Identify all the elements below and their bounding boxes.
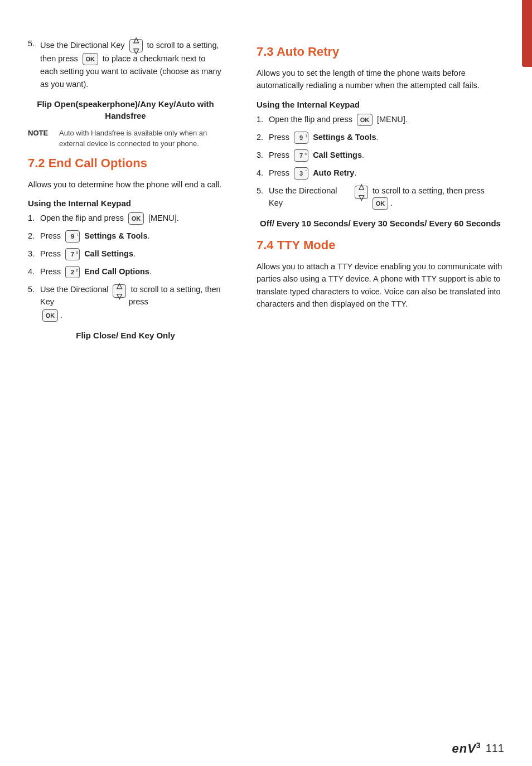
section-73-title: 7.3 Auto Retry: [257, 45, 504, 59]
left-column: 5. Use the Directional Key △▽ to scroll …: [0, 22, 240, 744]
section-74: 7.4 TTY Mode Allows you to attach a TTY …: [257, 238, 504, 311]
step-4-73: 4. Press 3" Auto Retry.: [257, 167, 504, 180]
section-73: 7.3 Auto Retry Allows you to set the len…: [257, 45, 504, 229]
step-num-4-72: 4.: [28, 266, 40, 278]
ok-key-icon-72-1: OK: [128, 212, 144, 225]
options-result: Off/ Every 10 Seconds/ Every 30 Seconds/…: [257, 217, 504, 229]
section-72-title: 7.2 End Call Options: [28, 156, 223, 171]
step-content-3-72: Press 7s Call Settings.: [40, 248, 136, 260]
step-5-73: 5. Use the Directional Key △▽ to scroll …: [257, 185, 504, 210]
step-4-72: 4. Press 2e End Call Options.: [28, 266, 223, 278]
footer: enV3 111: [452, 741, 504, 756]
step-3-72: 3. Press 7s Call Settings.: [28, 248, 223, 260]
section-72: 7.2 End Call Options Allows you to deter…: [28, 156, 223, 341]
step-content-3-73: Press 7s Call Settings.: [269, 149, 364, 162]
step5-content-73: Use the Directional Key △▽ to scroll to …: [269, 185, 504, 210]
note-text: Auto with Handsfree is available only wh…: [59, 128, 223, 149]
step-content-4-73: Press 3" Auto Retry.: [269, 167, 356, 180]
section-72-desc: Allows you to determine how the phone wi…: [28, 178, 223, 191]
ok-key-icon-72-5: OK: [42, 309, 58, 322]
section-72-steps: 1. Open the flip and press OK [MENU]. 2.…: [28, 212, 223, 322]
step-num-5-72: 5.: [28, 284, 40, 296]
step-2-73: 2. Press 9i Settings & Tools.: [257, 132, 504, 144]
num-key-7-72: 7s: [65, 248, 80, 260]
num-key-2-72: 2e: [65, 266, 80, 278]
step-num-2-72: 2.: [28, 230, 40, 243]
section-72-keypad-title: Using the Internal Keypad: [28, 198, 223, 208]
flip-subsection-title: Flip Open(speakerphone)/Any Key/Auto wit…: [28, 98, 223, 122]
step-content-1-73: Open the flip and press OK [MENU].: [269, 114, 408, 126]
step-num-5-intro: 5.: [28, 39, 40, 48]
step-2-72: 2. Press 9i Settings & Tools.: [28, 230, 223, 243]
ok-key-icon-intro: OK: [83, 53, 98, 65]
step-num-3-72: 3.: [28, 248, 40, 260]
ok-key-icon-73-5: OK: [373, 197, 388, 210]
ok-key-icon-73-1: OK: [357, 114, 373, 126]
brand-name: enV: [452, 741, 476, 755]
num-key-9-73: 9i: [294, 132, 308, 144]
step-num-1-73: 1.: [257, 114, 269, 126]
note-label: NOTE: [28, 128, 55, 149]
dir-key-icon-intro: △▽: [129, 39, 143, 52]
section-74-desc: Allows you to attach a TTY device enabli…: [257, 260, 504, 311]
step-5-72: 5. Use the Directional Key △▽ to scroll …: [28, 284, 223, 322]
step-num-5-73: 5.: [257, 185, 269, 197]
step-num-1-72: 1.: [28, 212, 40, 225]
step-content-2-73: Press 9i Settings & Tools.: [269, 132, 378, 144]
brand-version: 3: [476, 741, 481, 750]
side-tab: [522, 0, 532, 67]
note-block: NOTE Auto with Handsfree is available on…: [28, 128, 223, 149]
dir-key-icon-72: △▽: [113, 284, 126, 298]
section-74-title: 7.4 TTY Mode: [257, 238, 504, 253]
step-content-1-72: Open the flip and press OK [MENU].: [40, 212, 179, 225]
step-num-4-73: 4.: [257, 167, 269, 180]
right-column: 7.3 Auto Retry Allows you to set the len…: [240, 22, 532, 744]
flip-result: Flip Close/ End Key Only: [28, 329, 223, 341]
page-number: 111: [486, 742, 504, 755]
step-content-2-72: Press 9i Settings & Tools.: [40, 230, 149, 243]
step-content-4-72: Press 2e End Call Options.: [40, 266, 152, 278]
footer-brand: enV3: [452, 741, 481, 756]
num-key-9-72: 9i: [65, 230, 80, 243]
step5-intro-text: Use the Directional Key △▽ to scroll to …: [40, 39, 223, 90]
intro-step5: 5. Use the Directional Key △▽ to scroll …: [28, 39, 223, 90]
step-num-3-73: 3.: [257, 149, 269, 162]
step-num-2-73: 2.: [257, 132, 269, 144]
num-key-3-73: 3": [294, 167, 308, 180]
step-3-73: 3. Press 7s Call Settings.: [257, 149, 504, 162]
step-1-73: 1. Open the flip and press OK [MENU].: [257, 114, 504, 126]
section-73-desc: Allows you to set the length of time the…: [257, 67, 504, 92]
section-73-keypad-title: Using the Internal Keypad: [257, 100, 504, 109]
step5-content-72: Use the Directional Key △▽ to scroll to …: [40, 284, 223, 322]
dir-key-icon-73: △▽: [355, 186, 368, 199]
num-key-7-73: 7s: [294, 149, 308, 162]
section-73-steps: 1. Open the flip and press OK [MENU]. 2.…: [257, 114, 504, 210]
step-1-72: 1. Open the flip and press OK [MENU].: [28, 212, 223, 225]
